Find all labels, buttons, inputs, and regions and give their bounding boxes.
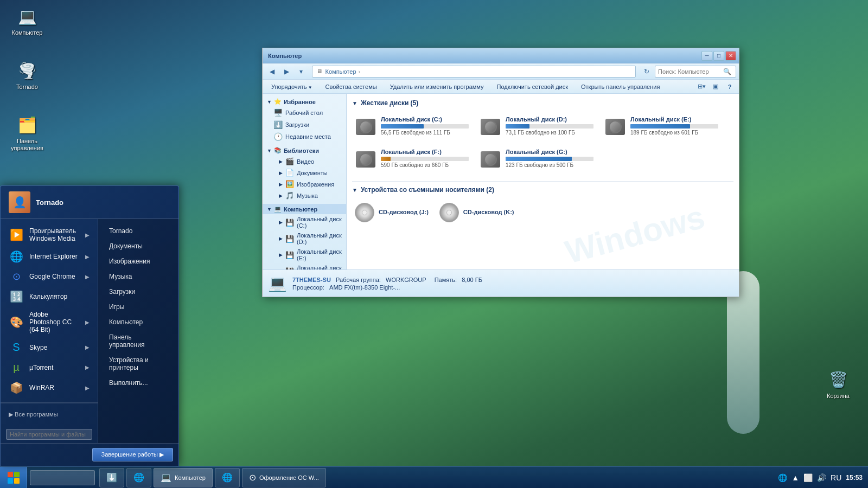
recycle-icon-label: Корзина	[827, 393, 850, 400]
sidebar-item-recent[interactable]: 🕐 Недавние места	[263, 131, 346, 143]
sidebar-item-desktop[interactable]: 🖥️ Рабочий стол	[263, 107, 346, 119]
taskbar-item-chrome[interactable]: ⊙ Оформление ОС W...	[242, 468, 326, 487]
removable-section-arrow[interactable]: ▼	[352, 187, 358, 193]
drive-f-item[interactable]: Локальный диск (F:) 590 ГБ свободно из 6…	[352, 146, 471, 173]
favorites-header[interactable]: ▼ ⭐ Избранное	[263, 97, 346, 107]
refresh-button[interactable]: ↻	[640, 66, 653, 78]
drive-f-info: Локальный диск (F:) 590 ГБ свободно из 6…	[381, 149, 469, 168]
search-programs-input[interactable]	[6, 429, 92, 440]
hdd-graphic-f	[356, 151, 375, 168]
sm-item-photoshop[interactable]: 🎨 Adobe Photoshop CC (64 Bit) ▶	[1, 307, 98, 337]
taskbar-chrome-icon: ⊙	[249, 472, 256, 483]
drive-g-bar-container	[506, 157, 593, 161]
sm-right-downloads[interactable]: Загрузки	[98, 284, 178, 299]
user-name: Tornado	[36, 198, 63, 207]
drive-e-size: 189 ГБ свободно из 601 ГБ	[630, 130, 718, 136]
address-bar[interactable]: 🖥 Компьютер ›	[312, 66, 636, 78]
sm-right-music[interactable]: Музыка	[98, 269, 178, 284]
start-menu-columns: ▶️ Проигрыватель Windows Media ▶ 🌐 Inter…	[1, 219, 178, 443]
tray-up-arrow[interactable]: ▲	[792, 473, 799, 482]
preview-pane-button[interactable]: ▣	[709, 81, 722, 93]
computer-header[interactable]: ▼ 💻 Компьютер	[263, 204, 346, 214]
tray-network-icon[interactable]: 🌐	[778, 473, 787, 482]
search-area[interactable]: 🔍	[655, 66, 736, 78]
cd-k-item[interactable]: CD-дисковод (K:)	[437, 200, 517, 225]
sm-right-run[interactable]: Выполнить...	[98, 375, 178, 390]
sm-right-games[interactable]: Игры	[98, 299, 178, 314]
taskbar-clock[interactable]: 15:53	[846, 474, 863, 481]
sidebar-item-images[interactable]: ▶ 🖼️ Изображения	[263, 178, 346, 190]
close-button[interactable]: ✕	[725, 51, 736, 61]
sm-item-ie[interactable]: 🌐 Internet Explorer ▶	[1, 246, 98, 267]
drive-g-item[interactable]: Локальный диск (G:) 123 ГБ свободно из 5…	[477, 146, 596, 173]
recent-icon-sm: 🕐	[273, 132, 283, 141]
sidebar-item-music[interactable]: ▶ 🎵 Музыка	[263, 190, 346, 201]
desktop-icon-tornado[interactable]: 🌪️ Tornado	[5, 60, 49, 91]
hdd-section-arrow[interactable]: ▼	[352, 100, 358, 106]
sm-right-control-panel[interactable]: Панель управления	[98, 330, 178, 352]
desktop-icon-panel[interactable]: 🗂️ Панель управления	[5, 114, 49, 152]
libraries-icon-sm: 📚	[274, 147, 282, 154]
explorer-search-input[interactable]	[658, 68, 723, 75]
back-button[interactable]: ◀	[265, 66, 278, 78]
hard-drives-header: ▼ Жесткие диски (5)	[352, 99, 733, 107]
sm-arrow-media: ▶	[85, 232, 90, 238]
minimize-button[interactable]: ─	[701, 51, 712, 61]
sidebar-item-d[interactable]: ▶ 💾 Локальный диск (D:)	[263, 230, 346, 247]
sm-item-calc[interactable]: 🔢 Калькулятор	[1, 286, 98, 307]
sm-right-computer[interactable]: Компьютер	[98, 314, 178, 330]
forward-button[interactable]: ▶	[280, 66, 293, 78]
all-programs[interactable]: ▶ Все программы	[1, 407, 98, 422]
restore-button[interactable]: □	[713, 51, 724, 61]
drive-c-info: Локальный диск (C:) 56,5 ГБ свободно из …	[381, 116, 469, 136]
sidebar-d-label: Локальный диск (D:)	[297, 232, 342, 245]
sm-item-winrar[interactable]: 📦 WinRAR ▶	[1, 377, 98, 398]
drive-c-item[interactable]: Локальный диск (C:) 56,5 ГБ свободно из …	[352, 113, 471, 140]
sm-right-devices[interactable]: Устройства и принтеры	[98, 352, 178, 375]
sidebar-item-video[interactable]: ▶ 🎬 Видео	[263, 156, 346, 167]
organize-menu[interactable]: Упорядочить	[265, 82, 318, 92]
sm-item-chrome[interactable]: ⊙ Google Chrome ▶	[1, 267, 98, 286]
desktop-icon-recycle[interactable]: 🗑️ Корзина	[816, 369, 860, 400]
start-button[interactable]	[0, 467, 27, 489]
desktop-icon-computer[interactable]: 💻 Компьютер	[5, 5, 49, 36]
taskbar-item-ie2[interactable]: 🌐	[215, 468, 240, 487]
sidebar-item-docs[interactable]: ▶ 📄 Документы	[263, 167, 346, 178]
drive-g-info: Локальный диск (G:) 123 ГБ свободно из 5…	[506, 149, 593, 168]
map-network-drive-button[interactable]: Подключить сетевой диск	[491, 82, 574, 92]
uninstall-programs-button[interactable]: Удалить или изменить программу	[384, 82, 490, 92]
sidebar-item-downloads[interactable]: ⬇️ Загрузки	[263, 119, 346, 131]
sidebar-item-e[interactable]: ▶ 💾 Локальный диск (E:)	[263, 247, 346, 263]
taskbar-item-utorrent[interactable]: ⬇️	[99, 468, 124, 487]
sm-right-tornado[interactable]: Tornado	[98, 223, 178, 239]
sm-item-skype[interactable]: S Skype ▶	[1, 337, 98, 357]
cd-j-item[interactable]: CD-дисковод (J:)	[352, 200, 431, 225]
taskbar-item-ie[interactable]: 🌐	[126, 468, 151, 487]
drive-d-item[interactable]: Локальный диск (D:) 73,1 ГБ свободно из …	[477, 113, 596, 140]
sm-item-utorrent[interactable]: µ µTorrent ▶	[1, 357, 98, 377]
help-button[interactable]: ?	[723, 81, 736, 93]
drive-c-size: 56,5 ГБ свободно из 111 ГБ	[381, 130, 469, 136]
tray-lang[interactable]: RU	[831, 473, 841, 482]
sm-right-docs[interactable]: Документы	[98, 239, 178, 254]
sm-right-images[interactable]: Изображения	[98, 254, 178, 269]
memory-value: 8,00 ГБ	[462, 277, 482, 283]
tray-volume-icon[interactable]: 🔊	[817, 473, 826, 482]
taskbar-item-computer[interactable]: 💻 Компьютер	[154, 468, 213, 487]
taskbar-search-input[interactable]	[30, 470, 95, 485]
drive-e-item[interactable]: Локальный диск (E:) 189 ГБ свободно из 6…	[602, 113, 721, 140]
view-options-button[interactable]: ⊞▾	[695, 81, 708, 93]
recycle-bin-icon: 🗑️	[827, 369, 849, 390]
system-properties-button[interactable]: Свойства системы	[320, 82, 383, 92]
shutdown-button[interactable]: Завершение работы ▶	[92, 448, 173, 461]
user-section: 👤 Tornado	[1, 186, 178, 219]
dropdown-button[interactable]: ▾	[295, 66, 308, 78]
drive-f-name: Локальный диск (F:)	[381, 149, 469, 155]
sidebar-item-c[interactable]: ▶ 💾 Локальный диск (C:)	[263, 214, 346, 230]
sidebar-icon-star: ⭐	[274, 98, 282, 105]
sidebar-item-f[interactable]: ▶ 💾 Локальный диск (F:)	[263, 263, 346, 269]
libraries-header[interactable]: ▼ 📚 Библиотеки	[263, 145, 346, 156]
drive-d-size: 73,1 ГБ свободно из 100 ГБ	[506, 130, 593, 136]
open-control-panel-button[interactable]: Открыть панель управления	[575, 82, 666, 92]
sm-item-media[interactable]: ▶️ Проигрыватель Windows Media ▶	[1, 223, 98, 246]
